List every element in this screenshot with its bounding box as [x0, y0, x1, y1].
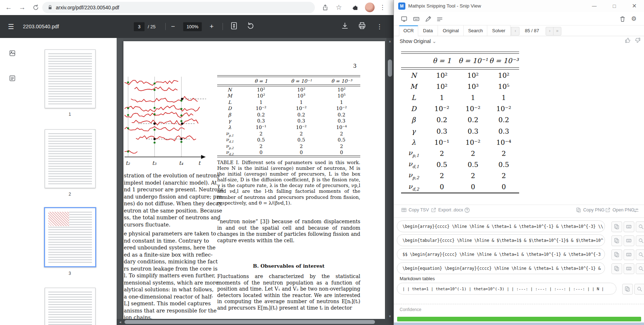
minimize-button[interactable]: —	[589, 1, 599, 11]
bookmark-star-button[interactable]: ☆	[334, 3, 343, 12]
thumbnails-view-button[interactable]	[9, 49, 16, 58]
search-markdown-button[interactable]	[634, 284, 644, 295]
fit-page-button[interactable]	[230, 21, 240, 32]
delete-snip-button[interactable]	[619, 15, 627, 23]
copy-tsv-button[interactable]: Copy TSV	[401, 207, 429, 213]
pdf-menu-button[interactable]: ☰	[8, 15, 14, 38]
latex-output-field[interactable]: \begin{array}{cccc} \hline \hline & \the…	[397, 220, 605, 232]
search-latex-button[interactable]	[636, 263, 644, 274]
copy-latex-button[interactable]	[611, 235, 622, 246]
search-latex-button[interactable]	[636, 235, 644, 246]
row-label: νd,1	[401, 160, 426, 169]
page-thumbnail-2[interactable]	[45, 129, 96, 188]
trash-icon	[619, 15, 626, 23]
page-thumbnail-1[interactable]	[45, 49, 96, 108]
table-cell: 10²	[458, 71, 488, 79]
pdf-filename: 2203.00540.pdf	[23, 15, 59, 38]
edit-latex-button[interactable]	[624, 263, 634, 274]
forward-button[interactable]: →	[17, 3, 27, 13]
table-row: λ10⁻¹10⁻²10⁻⁴	[401, 137, 519, 148]
keyboard-icon	[626, 252, 632, 258]
table-grid-icon	[401, 207, 407, 213]
horizontal-scrollbar[interactable]: ◄	[117, 319, 386, 325]
profile-avatar[interactable]	[365, 3, 375, 12]
magnifier-icon	[636, 286, 643, 292]
scroll-left-arrow[interactable]: ◄	[117, 320, 124, 324]
copy-latex-button[interactable]	[611, 263, 622, 274]
lines-list-button[interactable]	[436, 15, 444, 23]
zoom-out-button[interactable]: −	[171, 15, 175, 38]
thumbs-up-button[interactable]	[625, 37, 633, 44]
vertical-scrollbar[interactable]: ▲ ▼	[386, 38, 394, 325]
copy-latex-button[interactable]	[611, 249, 622, 260]
search-latex-button[interactable]	[636, 221, 644, 232]
table-cell: 0	[242, 149, 280, 155]
download-button[interactable]	[341, 21, 351, 32]
tab-ocr[interactable]: OCR	[399, 25, 418, 36]
text-line: nes) do not diffuse. When they decay,	[124, 200, 218, 207]
tab-search[interactable]: Search	[463, 25, 488, 36]
vertical-scroll-thumb[interactable]	[388, 59, 392, 77]
export-docx-button[interactable]: Export .docx	[431, 207, 463, 213]
png-settings-button[interactable]	[633, 207, 641, 214]
tab-original[interactable]: Original	[438, 25, 464, 36]
browser-menu-button[interactable]: ⋮	[378, 3, 387, 12]
table-row: β0.20.20.2	[401, 114, 519, 125]
page-number-input[interactable]: 3	[134, 22, 145, 31]
print-button[interactable]	[358, 21, 368, 32]
tab-solver[interactable]: Solver	[487, 25, 511, 36]
close-button[interactable]: ✕	[629, 1, 639, 11]
share-button[interactable]	[321, 3, 330, 12]
table-cell: 0.5	[280, 137, 323, 143]
zoom-in-button[interactable]: +	[210, 15, 214, 38]
draw-pen-button[interactable]	[425, 15, 433, 23]
reload-button[interactable]	[31, 3, 41, 13]
tab-data[interactable]: Data	[418, 25, 438, 36]
table-row: N10²10²10²	[401, 70, 519, 81]
thumbs-down-button[interactable]	[634, 37, 642, 44]
horizontal-scroll-thumb[interactable]	[125, 320, 375, 324]
text-line: stration of the evolution of neutrons	[124, 172, 218, 179]
page-thumbnail-3-selected[interactable]	[44, 207, 96, 267]
row-label: νp,1	[217, 130, 242, 137]
latex-output-field[interactable]: \begin{tabular}{cccc} \hline \hline & $\…	[397, 234, 605, 246]
table-cell: 10⁵	[488, 82, 519, 90]
address-bar[interactable]: arxiv.org/pdf/2203.00540.pdf	[42, 2, 315, 13]
open-png-button[interactable]: Open PNG	[605, 207, 634, 213]
table-cell: 0.3	[280, 118, 323, 124]
search-latex-button[interactable]	[636, 249, 644, 260]
copy-markdown-button[interactable]	[622, 284, 633, 295]
pdf-more-button[interactable]: ⋮	[376, 15, 382, 38]
rotate-button[interactable]	[246, 21, 256, 32]
edit-latex-button[interactable]	[624, 235, 634, 246]
settings-button[interactable]: ⚙	[631, 15, 639, 23]
table-row: L111	[401, 92, 519, 103]
latex-output-field[interactable]: $$ \begin{array}{cccc} \hline \hline & \…	[397, 248, 605, 260]
show-original-label: Show Original	[400, 38, 431, 44]
latex-output-field[interactable]: \begin{equation} \begin{array}{cccc} \hl…	[397, 262, 605, 274]
text-line: and undergo fission and capture; pre-	[124, 193, 218, 200]
edit-latex-button[interactable]	[624, 221, 634, 232]
copy-latex-button[interactable]	[611, 221, 622, 232]
new-snip-button[interactable]	[400, 15, 408, 23]
markdown-output-field[interactable]: | | theta=1 | theta=10^(-1) | theta=10^(…	[397, 283, 616, 295]
page-thumbnail-4[interactable]	[45, 288, 96, 325]
table-row: γ0.30.30.3	[401, 125, 519, 137]
back-button[interactable]: ←	[4, 3, 14, 13]
maximize-button[interactable]: □	[609, 1, 619, 11]
zoom-level-input[interactable]: 100%	[183, 22, 202, 31]
table-cell: 10⁵	[323, 93, 360, 99]
table-help-button[interactable]	[464, 207, 472, 213]
extensions-button[interactable]	[351, 3, 360, 12]
edit-latex-button[interactable]	[624, 249, 634, 260]
outline-view-button[interactable]	[9, 75, 16, 83]
scroll-up-arrow[interactable]: ▲	[386, 39, 394, 43]
reload-icon	[32, 4, 39, 11]
table-cell: 0.5	[488, 161, 519, 168]
show-original-toggle[interactable]: Show Original ⌄	[400, 38, 436, 44]
copy-png-button[interactable]: Copy PNG	[576, 207, 605, 213]
body-paragraph-fluctuations: Fluctuations are characterized by the st…	[217, 273, 360, 311]
keyboard-entry-button[interactable]	[413, 15, 420, 23]
table-cell: 0.2	[426, 116, 458, 124]
scroll-down-arrow[interactable]: ▼	[386, 315, 394, 318]
